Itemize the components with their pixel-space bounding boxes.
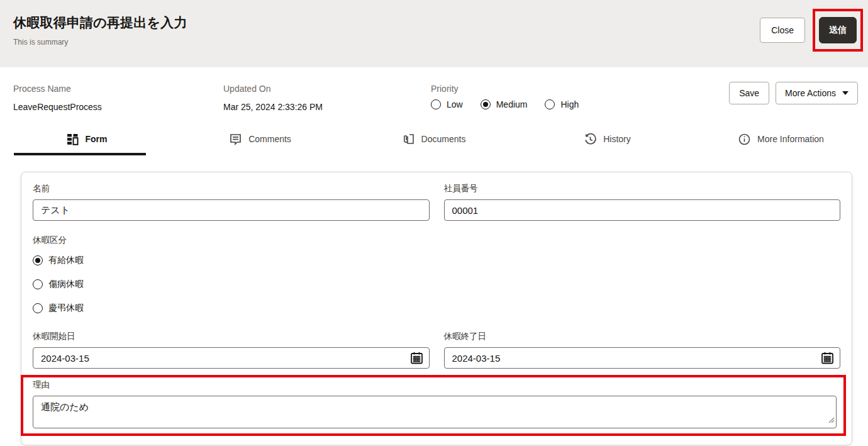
info-buttons: Save More Actions: [729, 82, 858, 104]
leave-type-radio-sick[interactable]: 傷病休暇: [33, 279, 840, 290]
tab-documents-label: Documents: [421, 134, 466, 144]
radio-checked-icon: [481, 99, 491, 109]
process-name-value: LeaveRequestProcess: [13, 102, 223, 112]
reason-annotation-box: 理由 通院のため: [21, 375, 846, 436]
leave-start-date-field: 休暇開始日: [33, 331, 430, 369]
leave-type-label: 休暇区分: [33, 235, 840, 246]
leave-end-date-field: 休暇終了日: [444, 331, 841, 369]
submit-annotation-box: 送信: [813, 9, 863, 52]
calendar-icon[interactable]: [410, 352, 423, 365]
priority-high-label: High: [560, 99, 579, 109]
form-card: 名前 社員番号 休暇区分 有給休暇 傷病休暇 慶弔休暇: [21, 172, 852, 445]
tab-history[interactable]: History: [521, 123, 694, 155]
resize-handle-icon[interactable]: [828, 415, 835, 426]
leave-type-radio-paid[interactable]: 有給休暇: [33, 255, 840, 266]
priority-medium-label: Medium: [496, 99, 528, 109]
tab-form[interactable]: Form: [0, 123, 174, 155]
page-summary: This is summary: [13, 38, 868, 47]
radio-icon: [545, 99, 555, 109]
radio-icon: [33, 279, 43, 289]
header-actions: Close 送信: [760, 9, 863, 52]
radio-checked-icon: [33, 255, 43, 265]
process-name-block: Process Name LeaveRequestProcess: [13, 84, 223, 112]
reason-textarea[interactable]: 通院のため: [33, 396, 837, 428]
name-label: 名前: [33, 183, 430, 194]
name-employee-row: 名前 社員番号: [33, 183, 840, 221]
leave-type-options: 有給休暇 傷病休暇 慶弔休暇: [33, 255, 840, 314]
leave-start-date-label: 休暇開始日: [33, 331, 430, 342]
tab-documents[interactable]: Documents: [347, 123, 521, 155]
comment-icon: [230, 133, 242, 145]
leave-end-date-label: 休暇終了日: [444, 331, 841, 342]
updated-on-label: Updated On: [223, 84, 431, 94]
page-header: 休暇取得申請の再提出を入力 This is summary Close 送信: [0, 0, 868, 67]
leave-end-date-input[interactable]: [444, 347, 841, 369]
paperclip-icon: [403, 133, 415, 145]
priority-low-label: Low: [447, 99, 463, 109]
submit-button[interactable]: 送信: [819, 17, 857, 43]
name-field: 名前: [33, 183, 430, 221]
save-button[interactable]: Save: [729, 82, 769, 104]
chevron-down-icon: [842, 91, 849, 95]
employee-number-label: 社員番号: [444, 183, 841, 194]
leave-type-radio-condolence[interactable]: 慶弔休暇: [33, 303, 840, 314]
leave-type-sick-label: 傷病休暇: [48, 279, 84, 290]
priority-radio-high[interactable]: High: [545, 99, 579, 109]
tab-more-information[interactable]: More Information: [694, 123, 868, 155]
process-name-label: Process Name: [13, 84, 223, 94]
priority-radio-low[interactable]: Low: [431, 99, 463, 109]
more-actions-label: More Actions: [785, 88, 836, 98]
tab-comments-label: Comments: [248, 134, 291, 144]
reason-label: 理由: [33, 379, 837, 391]
name-input[interactable]: [33, 199, 430, 221]
tab-history-label: History: [603, 134, 631, 144]
radio-icon: [431, 99, 441, 109]
history-icon: [584, 133, 596, 145]
updated-on-value: Mar 25, 2024 2:33:26 PM: [223, 102, 431, 112]
priority-radio-medium[interactable]: Medium: [481, 99, 528, 109]
more-actions-button[interactable]: More Actions: [776, 82, 858, 104]
form-grid-icon: [67, 133, 79, 145]
info-icon: [738, 133, 750, 145]
tab-comments[interactable]: Comments: [174, 123, 347, 155]
leave-start-date-input[interactable]: [33, 347, 430, 369]
page-title: 休暇取得申請の再提出を入力: [13, 14, 868, 31]
date-row: 休暇開始日 休暇終了日: [33, 331, 840, 369]
calendar-icon[interactable]: [821, 352, 834, 365]
close-button[interactable]: Close: [760, 18, 805, 43]
tab-form-label: Form: [86, 134, 108, 144]
updated-on-block: Updated On Mar 25, 2024 2:33:26 PM: [223, 84, 431, 112]
employee-number-input[interactable]: [444, 199, 841, 221]
leave-type-condolence-label: 慶弔休暇: [48, 303, 84, 314]
tab-bar: Form Comments Documents History More Inf…: [0, 123, 868, 155]
process-info-row: Process Name LeaveRequestProcess Updated…: [0, 67, 868, 118]
employee-number-field: 社員番号: [444, 183, 841, 221]
tab-more-information-label: More Information: [757, 134, 824, 144]
radio-icon: [33, 303, 43, 313]
leave-type-group: 休暇区分 有給休暇 傷病休暇 慶弔休暇: [33, 235, 840, 314]
leave-type-paid-label: 有給休暇: [48, 255, 84, 266]
